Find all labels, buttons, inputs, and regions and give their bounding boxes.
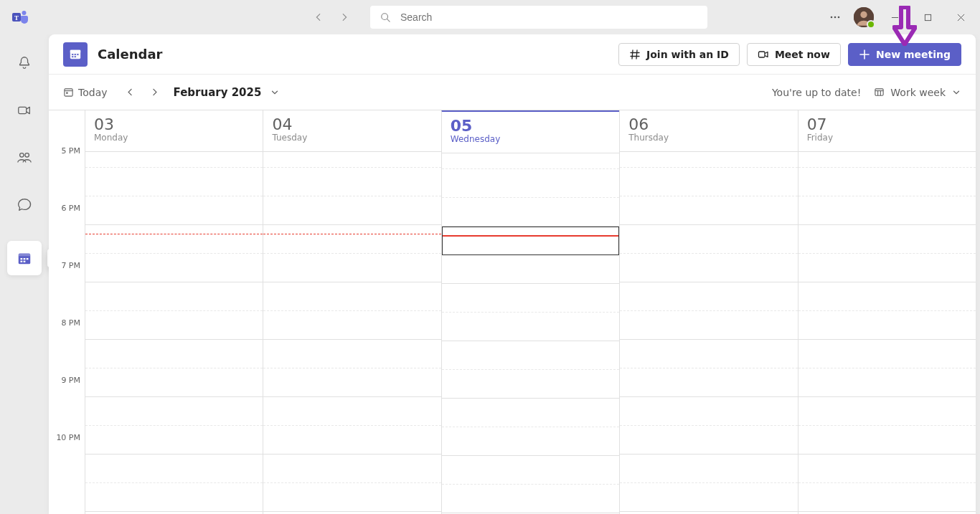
back-button[interactable] [306, 6, 331, 29]
time-slot[interactable] [620, 454, 797, 483]
search-box[interactable] [370, 6, 707, 29]
day-header[interactable]: 07Friday [798, 110, 976, 152]
time-slot[interactable] [442, 169, 619, 198]
selected-slot[interactable] [442, 227, 619, 255]
time-slot[interactable] [442, 485, 619, 513]
time-slot[interactable] [620, 397, 797, 426]
time-slot[interactable] [263, 196, 440, 225]
rail-community[interactable] [7, 146, 42, 169]
view-picker[interactable]: Work week [874, 87, 961, 98]
month-label[interactable]: February 2025 [169, 86, 266, 99]
time-slot[interactable] [620, 225, 797, 254]
rail-video[interactable] [7, 99, 42, 122]
time-slot[interactable] [442, 284, 619, 313]
search-input[interactable] [399, 11, 697, 24]
close-button[interactable] [944, 6, 977, 29]
time-slot[interactable] [85, 454, 263, 483]
time-slot[interactable] [85, 282, 263, 311]
time-slot[interactable] [442, 313, 619, 341]
time-slot[interactable] [620, 311, 797, 340]
time-slot[interactable] [798, 454, 976, 483]
time-slot[interactable] [798, 196, 976, 225]
time-slot[interactable] [85, 426, 263, 454]
time-slot[interactable] [263, 483, 440, 512]
avatar[interactable] [854, 7, 874, 27]
time-slot[interactable] [620, 368, 797, 397]
time-slot[interactable] [798, 368, 976, 397]
time-slots[interactable] [620, 152, 797, 514]
time-slot[interactable] [263, 454, 440, 483]
time-slot[interactable] [263, 397, 440, 426]
time-slot[interactable] [85, 168, 263, 196]
time-slot[interactable] [798, 340, 976, 368]
day-header[interactable]: 05Wednesday [442, 112, 619, 153]
time-slot[interactable] [85, 152, 263, 168]
time-slot[interactable] [263, 168, 440, 196]
time-slot[interactable] [620, 168, 797, 196]
time-slot[interactable] [85, 397, 263, 426]
time-slot[interactable] [620, 152, 797, 168]
next-week-button[interactable] [145, 82, 165, 103]
time-slot[interactable] [442, 255, 619, 284]
day-header[interactable]: 03Monday [85, 110, 263, 152]
minimize-button[interactable] [878, 6, 911, 29]
time-slot[interactable] [798, 483, 976, 512]
time-slot[interactable] [263, 368, 440, 397]
time-slot[interactable] [620, 426, 797, 454]
time-slot[interactable] [442, 370, 619, 399]
time-slots[interactable] [798, 152, 976, 514]
time-slot[interactable] [798, 225, 976, 254]
time-slot[interactable] [85, 340, 263, 368]
more-options-button[interactable] [821, 6, 849, 29]
time-slot[interactable] [442, 153, 619, 169]
time-slot[interactable] [620, 254, 797, 282]
time-slot[interactable] [442, 399, 619, 427]
time-slot[interactable] [442, 198, 619, 227]
time-slot[interactable] [798, 254, 976, 282]
rail-chat[interactable] [7, 194, 42, 216]
time-slot[interactable] [798, 426, 976, 454]
time-slot[interactable] [85, 254, 263, 282]
day-header[interactable]: 04Tuesday [263, 110, 440, 152]
time-slots[interactable] [85, 152, 263, 514]
time-slot[interactable] [85, 225, 263, 254]
maximize-button[interactable] [911, 6, 944, 29]
time-slot[interactable] [442, 341, 619, 370]
time-slots[interactable] [263, 152, 440, 514]
day-header[interactable]: 06Thursday [620, 110, 797, 152]
rail-calendar[interactable]: Calendar [7, 241, 42, 275]
time-slot[interactable] [442, 456, 619, 485]
time-slot[interactable] [263, 152, 440, 168]
time-slot[interactable] [85, 196, 263, 225]
time-slot[interactable] [798, 152, 976, 168]
time-slot[interactable] [85, 483, 263, 512]
time-slot[interactable] [798, 311, 976, 340]
time-slot[interactable] [620, 340, 797, 368]
time-slots[interactable] [442, 153, 619, 514]
forward-button[interactable] [331, 6, 357, 29]
time-slot[interactable] [620, 483, 797, 512]
time-slot[interactable] [85, 311, 263, 340]
join-with-id-button[interactable]: Join with an ID [618, 43, 740, 66]
new-meeting-button[interactable]: New meeting [848, 43, 961, 66]
new-meeting-label: New meeting [876, 49, 951, 60]
month-dropdown-chevron[interactable] [270, 87, 280, 97]
now-indicator [85, 234, 263, 234]
rail-activity[interactable] [7, 52, 42, 75]
prev-week-button[interactable] [121, 82, 141, 103]
time-slot[interactable] [85, 368, 263, 397]
time-slot[interactable] [798, 168, 976, 196]
time-slot[interactable] [263, 282, 440, 311]
time-slot[interactable] [442, 427, 619, 456]
time-slot[interactable] [263, 340, 440, 368]
time-slot[interactable] [620, 282, 797, 311]
time-slot[interactable] [263, 426, 440, 454]
time-slot[interactable] [263, 225, 440, 254]
time-slot[interactable] [263, 311, 440, 340]
time-slot[interactable] [620, 196, 797, 225]
today-button[interactable]: Today [63, 87, 116, 98]
time-slot[interactable] [798, 397, 976, 426]
time-slot[interactable] [798, 282, 976, 311]
time-slot[interactable] [263, 254, 440, 282]
meet-now-button[interactable]: Meet now [747, 43, 841, 66]
